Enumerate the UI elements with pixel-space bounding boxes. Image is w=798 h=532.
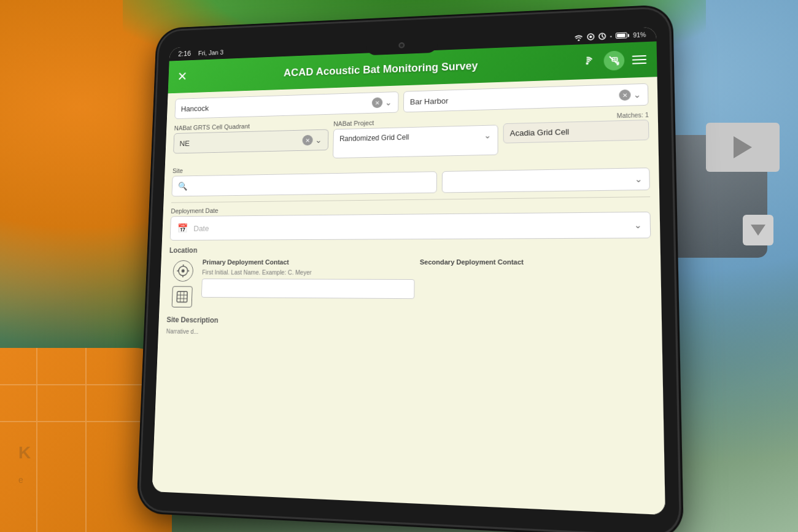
app-title: ACAD Acoustic Bat Monitoring Survey	[193, 56, 578, 82]
result-value: Acadia Grid Cell	[510, 127, 570, 137]
result-item[interactable]: Acadia Grid Cell	[503, 120, 649, 144]
date-placeholder: Date	[193, 220, 627, 233]
city-chevron[interactable]: ⌄	[633, 90, 641, 99]
camera-notch	[366, 36, 438, 55]
map-icon[interactable]	[172, 286, 193, 307]
device-frame: 2:16 Fri, Jan 3 •	[140, 8, 680, 532]
site-section: Site 🔍 ⌄	[171, 158, 650, 197]
primary-contact-col: Primary Deployment Contact First Initial…	[201, 258, 415, 312]
site-dropdown-chevron[interactable]: ⌄	[635, 174, 643, 184]
svg-point-18	[182, 270, 184, 272]
clock-icon	[598, 33, 606, 40]
site-dropdown-input[interactable]: ⌄	[442, 168, 650, 193]
svg-rect-19	[177, 291, 187, 302]
status-icons: • 91%	[575, 31, 646, 41]
battery-indicator	[616, 32, 629, 39]
nabat-cell-clear-btn[interactable]: ✕	[302, 135, 312, 146]
site-dropdown-col: ⌄	[442, 168, 650, 193]
wifi-icon	[575, 34, 584, 40]
svg-text:e: e	[18, 475, 23, 485]
city-input[interactable]: Bar Harbor ✕ ⌄	[403, 83, 649, 113]
header-icons	[578, 50, 646, 72]
nabat-cell-col: NABat GRTS Cell Quadrant NE ✕ ⌄	[173, 120, 329, 161]
date-chevron[interactable]: ⌄	[634, 220, 642, 230]
location-label: Location	[169, 245, 651, 255]
satellite-icon[interactable]	[603, 50, 624, 71]
county-field: Hancock ✕ ⌄	[174, 91, 398, 119]
location-row: Primary Deployment Contact First Initial…	[167, 258, 652, 314]
accessory-box	[706, 123, 780, 172]
city-value: Bar Harbor	[410, 91, 619, 106]
status-time: 2:16 Fri, Jan 3	[178, 48, 223, 58]
calendar-icon: 📅	[177, 223, 188, 233]
location-icon	[587, 33, 595, 40]
svg-text:K: K	[18, 443, 31, 462]
city-field: Bar Harbor ✕ ⌄	[403, 83, 649, 113]
site-search-col: 🔍	[171, 171, 437, 196]
svg-point-7	[589, 36, 592, 38]
site-description-note: Narrative d...	[166, 328, 653, 342]
county-chevron[interactable]: ⌄	[385, 98, 392, 107]
nabat-project-value: Randomized Grid Cell	[339, 133, 409, 144]
site-dropdown-value	[449, 179, 635, 182]
nabat-row: NABat GRTS Cell Quadrant NE ✕ ⌄ NABat Pr…	[173, 112, 649, 162]
primary-contact-label: Primary Deployment Contact	[203, 258, 415, 266]
nabat-cell-chevron[interactable]: ⌄	[315, 135, 322, 145]
deployment-date-section: Deployment Date 📅 Date ⌄	[170, 202, 651, 241]
result-col: Matches: 1 Acadia Grid Cell	[503, 112, 649, 155]
battery-pct: 91%	[633, 31, 646, 39]
nabat-project-col: NABat Project Randomized Grid Cell ⌄	[333, 116, 498, 158]
down-arrow-btn[interactable]	[743, 215, 773, 245]
hamburger-menu[interactable]	[632, 55, 647, 64]
form-content: Hancock ✕ ⌄ Bar Harbor	[152, 77, 665, 515]
county-input[interactable]: Hancock ✕ ⌄	[174, 91, 398, 119]
close-button[interactable]: ✕	[177, 69, 194, 84]
primary-contact-input[interactable]	[201, 279, 415, 299]
crosshair-icon[interactable]	[172, 260, 193, 282]
nabat-cell-input[interactable]: NE ✕ ⌄	[173, 129, 328, 154]
nabat-cell-value: NE	[179, 136, 299, 148]
city-clear-btn[interactable]: ✕	[619, 90, 630, 101]
dot-indicator: •	[610, 33, 612, 39]
county-clear-btn[interactable]: ✕	[372, 97, 383, 108]
location-section: Location	[167, 245, 652, 314]
date-input[interactable]: 📅 Date ⌄	[170, 212, 651, 241]
primary-contact-note: First Initial. Last Name. Example: C. Me…	[202, 269, 415, 277]
location-icons-col	[167, 258, 198, 310]
search-icon: 🔍	[178, 182, 188, 191]
nabat-project-input[interactable]: Randomized Grid Cell ⌄	[333, 125, 498, 158]
signal-wave-icon[interactable]	[578, 53, 596, 71]
site-description-label: Site Description	[166, 315, 653, 330]
site-description-section: Site Description Narrative d...	[166, 315, 653, 342]
device-screen: 2:16 Fri, Jan 3 •	[152, 27, 665, 515]
county-value: Hancock	[181, 98, 372, 113]
svg-point-9	[586, 62, 588, 64]
nabat-project-chevron[interactable]: ⌄	[484, 130, 491, 140]
site-search-input[interactable]: 🔍	[171, 171, 437, 196]
secondary-contact-label: Secondary Deployment Contact	[420, 258, 651, 267]
divider-1	[171, 196, 650, 203]
secondary-contact-col: Secondary Deployment Contact	[419, 258, 652, 314]
